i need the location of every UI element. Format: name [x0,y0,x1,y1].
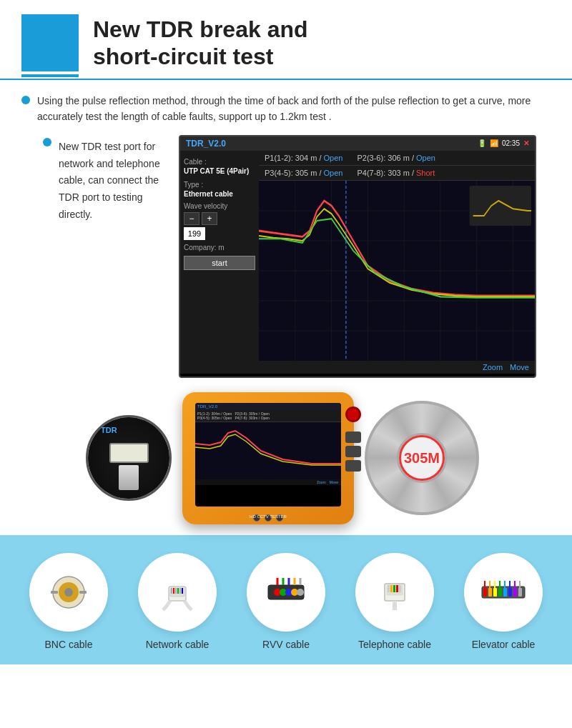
tdr-readings-row-2: P3(4-5): 305 m / Open P4(7-8): 303 m / S… [259,166,535,181]
svg-rect-48 [493,588,497,597]
wave-vel-label: Wave velocity [184,202,255,210]
side-btn-1[interactable] [345,432,361,443]
reading-p4: P4(7-8): 303 m / Short [357,169,435,177]
reading-p3: P3(4-5): 305 m / Open [265,169,342,177]
tdr-sidebar: Cable : UTP CAT 5E (4Pair) Type : Ethern… [180,151,259,374]
mini-move[interactable]: Move [330,480,338,484]
cable-value: UTP CAT 5E (4Pair) [184,167,255,175]
type-label: Type : [184,181,255,189]
tdr-left-text: New TDR test port for network and teleph… [59,135,164,224]
tdr-header-bar: TDR_V2.0 🔋 📶 02:35 ✕ [180,136,535,151]
time-display: 02:35 [502,139,520,147]
svg-rect-53 [518,588,522,597]
side-btn-3[interactable] [345,460,361,472]
mini-bottom-bar: Zoom Move [195,479,341,485]
svg-rect-50 [503,588,507,597]
tdr-screen-container: TDR_V2.0 🔋 📶 02:35 ✕ Cable : UTP CAT 5E … [179,135,536,378]
svg-rect-40 [388,585,390,592]
tdr-graph-svg [259,181,535,361]
velo-minus-btn[interactable]: − [184,212,199,225]
power-button[interactable] [345,407,361,422]
p4-id: P4(7-8): 303 m / [357,169,413,177]
network-label: Network cable [146,639,209,650]
svg-rect-46 [483,588,487,597]
svg-rect-47 [488,588,492,597]
bnc-label: BNC cable [45,639,93,650]
type-value: Ethernet cable [184,190,255,198]
svg-rect-17 [51,591,58,594]
mini-zoom[interactable]: Zoom [317,480,326,484]
network-cable-icon [149,571,206,614]
bullet-text-1: Using the pulse reflection method, throu… [37,93,551,125]
rvv-cable-icon [257,571,315,614]
tdr-main: P1(1-2): 304 m / Open P2(3-6): 306 m / O… [259,151,535,374]
svg-point-32 [297,589,304,596]
spool-inner-ring: 305M [397,433,447,483]
velo-number: 199 [184,227,205,240]
header-icon [21,14,79,71]
mini-graph-area [195,422,341,479]
tdr-readings-row: P1(1-2): 304 m / Open P2(3-6): 306 m / O… [259,151,535,166]
tdr-zoom-circle: TDR [86,415,172,501]
reading-p2: P2(3-6): 306 m / Open [357,154,435,162]
elevator-label: Elevator cable [472,639,536,650]
cable-type-telephone: Telephone cable [355,553,434,650]
rvv-label: RVV cable [262,639,310,650]
svg-rect-41 [390,585,393,592]
tdr-demo-area: New TDR test port for network and teleph… [21,135,551,385]
cable-type-elevator: Elevator cable [464,553,543,650]
mini-readings: P1(1-2): 304m / Open P2(3-6): 305m / Ope… [195,410,341,422]
zoom-btn[interactable]: Zoom [483,363,503,372]
bullet-dot-2 [43,138,51,146]
p4-status: Short [416,169,435,177]
start-button[interactable]: start [184,256,255,270]
bullet-1: Using the pulse reflection method, throu… [21,93,551,125]
svg-point-16 [64,588,73,597]
network-circle [138,553,217,632]
p1-id: P1(1-2): 304 m / [265,154,321,162]
svg-rect-44 [399,585,401,592]
bnc-circle [29,553,108,632]
svg-rect-22 [173,588,174,594]
elevator-cable-icon [475,571,532,614]
side-btn-2[interactable] [345,446,361,457]
velo-plus-btn[interactable]: + [202,212,217,225]
cable-spool: 305M [365,401,486,515]
cable-end [119,465,139,490]
rj45-port [109,443,149,463]
p1-status: Open [324,154,343,162]
velo-controls: − + [184,212,255,225]
close-icon[interactable]: ✕ [523,139,529,147]
svg-rect-43 [396,585,398,592]
p2-status: Open [416,154,435,162]
svg-rect-42 [393,585,395,592]
mini-graph-svg [195,422,341,479]
p2-id: P2(3-6): 306 m / [357,154,413,162]
move-btn[interactable]: Move [510,363,529,372]
cable-type-rvv: RVV cable [247,553,325,650]
svg-rect-24 [177,588,179,594]
telephone-label: Telephone cable [358,639,431,650]
svg-rect-52 [513,588,517,597]
elevator-circle [464,553,543,632]
telephone-cable-icon [366,571,423,614]
device-label: HD CCTV TESTER [250,514,287,519]
cable-type-network: Network cable [138,553,217,650]
title-line2: short-circuit test [93,44,273,69]
svg-rect-49 [498,588,502,597]
tdr-body: Cable : UTP CAT 5E (4Pair) Type : Ethern… [180,151,535,374]
bnc-cable-icon [40,571,97,614]
header-title: New TDR break and short-circuit test [93,16,308,71]
tdr-zoom-label: TDR [101,426,117,434]
p3-id: P3(4-5): 305 m / [265,169,321,177]
title-line1: New TDR break and [93,16,308,42]
tdr-app-name: TDR_V2.0 [186,139,226,149]
mini-tdr-header: TDR_V2.0 [195,403,341,410]
cable-types-grid: BNC cable [14,553,558,650]
telephone-circle [355,553,434,632]
p3-status: Open [324,169,343,177]
content-section: Using the pulse reflection method, throu… [0,93,572,385]
tdr-port-area [109,432,149,490]
tdr-screen: TDR_V2.0 🔋 📶 02:35 ✕ Cable : UTP CAT 5E … [179,135,536,378]
spool-visual: 305M [365,401,479,515]
